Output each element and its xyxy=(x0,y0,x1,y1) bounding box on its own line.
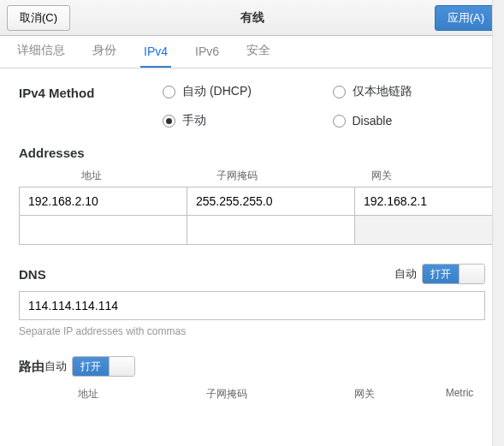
netmask-input[interactable] xyxy=(187,187,355,216)
gateway-input[interactable] xyxy=(355,216,504,245)
switch-knob xyxy=(109,357,134,376)
ipv4-method-label: IPv4 Method xyxy=(19,84,163,128)
routes-auto-switch[interactable]: 打开 xyxy=(72,356,135,377)
tab-security[interactable]: 安全 xyxy=(243,36,274,68)
col-address: 地址 xyxy=(19,165,164,187)
radio-icon xyxy=(333,86,346,98)
tab-bar: 详细信息 身份 IPv4 IPv6 安全 xyxy=(0,36,504,68)
address-input[interactable] xyxy=(19,187,187,216)
col-address: 地址 xyxy=(19,384,157,405)
col-netmask: 子网掩码 xyxy=(164,165,310,187)
addresses-title: Addresses xyxy=(19,146,485,160)
switch-on-label: 打开 xyxy=(73,357,109,376)
netmask-input[interactable] xyxy=(187,216,355,245)
radio-disable[interactable]: Disable xyxy=(333,113,486,128)
tab-identity[interactable]: 身份 xyxy=(89,36,120,68)
apply-button[interactable]: 应用(A) xyxy=(435,5,497,31)
gateway-input[interactable] xyxy=(355,187,504,216)
radio-label: 仅本地链路 xyxy=(353,84,412,99)
radio-icon xyxy=(163,86,175,98)
cancel-button[interactable]: 取消(C) xyxy=(7,5,70,31)
radio-linklocal[interactable]: 仅本地链路 xyxy=(333,84,486,99)
scrollbar[interactable] xyxy=(492,0,504,446)
routes-auto-label: 自动 xyxy=(44,359,67,374)
dns-input[interactable] xyxy=(19,291,485,320)
address-row xyxy=(19,187,485,216)
radio-label: Disable xyxy=(353,114,393,128)
dns-auto-label: 自动 xyxy=(394,266,417,282)
tab-ipv4[interactable]: IPv4 xyxy=(140,38,171,68)
radio-dhcp[interactable]: 自动 (DHCP) xyxy=(163,84,316,99)
switch-on-label: 打开 xyxy=(423,265,459,283)
tab-ipv6[interactable]: IPv6 xyxy=(192,38,222,68)
radio-icon xyxy=(333,115,346,128)
radio-label: 自动 (DHCP) xyxy=(182,84,252,99)
dns-auto-switch[interactable]: 打开 xyxy=(422,264,485,284)
col-metric: Metric xyxy=(434,384,485,405)
header-bar: 取消(C) 有线 应用(A) xyxy=(0,0,504,36)
dns-help-text: Separate IP addresses with commas xyxy=(19,325,485,337)
address-input[interactable] xyxy=(19,216,187,245)
dns-title: DNS xyxy=(19,267,46,282)
col-gateway: 网关 xyxy=(295,384,434,405)
content-pane: IPv4 Method 自动 (DHCP) 仅本地链路 手动 Disable A… xyxy=(0,68,504,446)
switch-knob xyxy=(459,265,484,283)
tab-details[interactable]: 详细信息 xyxy=(14,36,68,68)
window-title: 有线 xyxy=(70,10,435,26)
col-gateway: 网关 xyxy=(309,165,454,187)
radio-label: 手动 xyxy=(182,113,206,128)
address-row xyxy=(19,216,485,245)
col-netmask: 子网掩码 xyxy=(157,384,296,405)
radio-icon xyxy=(163,115,175,128)
routes-title: 路由 xyxy=(19,359,44,375)
radio-manual[interactable]: 手动 xyxy=(163,113,316,128)
